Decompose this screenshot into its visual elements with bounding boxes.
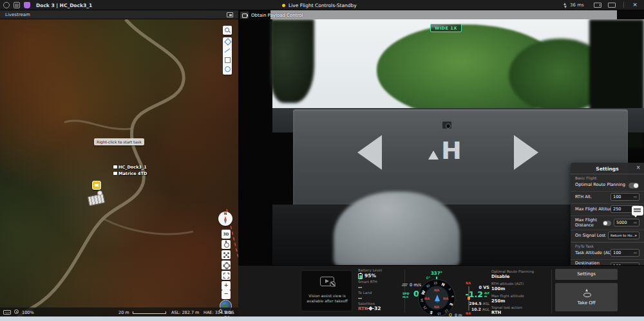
basic-flight-section-label: Basic Flight — [575, 176, 596, 180]
to-land-value: -- — [358, 295, 362, 301]
map-settings-button[interactable] — [222, 261, 231, 270]
gauge-na-bottom: NA — [466, 311, 471, 315]
map-scale-bar — [133, 311, 166, 314]
optimal-route-toggle[interactable] — [629, 183, 639, 188]
optimal-route-label: Optimal Route Planning — [575, 182, 625, 187]
on-signal-lost-label: On Signal Lost — [575, 233, 605, 238]
vision-assist-box: Vision assist view is available after ta… — [301, 270, 352, 311]
draw-pin-button[interactable] — [223, 37, 232, 46]
map-datum: WGS 84 — [224, 310, 238, 316]
compass-needle-tail — [224, 220, 227, 224]
divider — [571, 242, 644, 243]
vision-assist-text: Vision assist view is available after ta… — [305, 294, 350, 304]
on-signal-lost-value: Return to Ho... — [611, 234, 635, 237]
dock-icon — [113, 165, 117, 169]
sync-icon[interactable] — [3, 2, 10, 8]
divider — [551, 270, 552, 313]
app-window: Dock 3 | HC_Dock3_1 Live Flight Controls… — [0, 0, 644, 321]
flight-info-value: 250m — [491, 298, 505, 304]
smart-rth-value: -- — [358, 284, 362, 290]
camera-zoom-badge[interactable]: WIDE 1X — [430, 24, 462, 32]
max-flight-distance-label: Max Flight Distance — [575, 218, 602, 228]
flight-info-label: Optimal Route Planning — [491, 270, 534, 273]
map-locate-button[interactable] — [222, 240, 231, 249]
title-bar: Dock 3 | HC_Dock3_1 Live Flight Controls… — [0, 0, 644, 10]
latency-icon — [564, 3, 567, 8]
altitude-unit: m — [484, 295, 487, 298]
settings-panel: Settings × Basic Flight Optimal Route Pl… — [571, 163, 644, 270]
flight-info-value: 100m — [491, 286, 505, 291]
video-off-slash — [330, 281, 336, 287]
payload-control-title[interactable]: Obtain Payload Control — [251, 13, 303, 18]
take-off-icon — [582, 289, 591, 298]
flight-controls-status: Live Flight Controls-Standby — [289, 3, 357, 8]
map-search-button[interactable] — [223, 26, 232, 35]
max-flight-distance-toggle[interactable] — [603, 221, 611, 226]
rth-alt-input[interactable]: 100m — [611, 193, 639, 201]
draw-polygon-button[interactable] — [223, 55, 232, 64]
picture-in-picture-icon[interactable] — [227, 12, 233, 17]
chat-bubble-icon[interactable] — [632, 206, 643, 216]
flight-info-value: RTH — [491, 310, 501, 315]
keyboard-shortcuts-icon[interactable] — [3, 310, 11, 315]
close-window-button[interactable]: × — [631, 1, 639, 8]
obstacle-na-left: NA — [424, 297, 430, 300]
standby-status-dot — [282, 4, 285, 7]
video-header-overlay — [270, 10, 617, 19]
telemetry-bar: Vision assist view is available after ta… — [238, 265, 644, 316]
map-3d-button[interactable]: 3D — [222, 230, 231, 239]
draw-line-button[interactable] — [223, 46, 232, 55]
device-list-icon[interactable] — [14, 2, 20, 8]
divider — [571, 174, 644, 174]
settings-close-icon[interactable]: × — [635, 165, 641, 170]
map-canvas[interactable]: HC_Dock3_1 Matrice 4TD Right-click to st… — [0, 19, 238, 316]
dock-camera-module — [442, 121, 452, 129]
divider — [571, 191, 644, 192]
camera-icon — [240, 12, 249, 19]
map-zoom-out-button[interactable]: − — [222, 290, 231, 299]
map-tooltip: Right-click to start task — [94, 138, 144, 145]
speed-unit: m/s — [402, 295, 408, 298]
obstacle-na-right: NA — [443, 297, 448, 300]
zoom-reset-icon[interactable] — [14, 309, 19, 314]
to-land-label: To Land — [358, 291, 372, 295]
agl-row: 10.2 AGL — [451, 307, 489, 311]
bottom-edge-strip — [0, 316, 644, 321]
max-flight-distance-input[interactable]: 5000m — [614, 219, 639, 226]
flight-info-label: RTH altitude (ALT) — [491, 282, 524, 286]
map-scale-label: 20 m — [118, 310, 129, 315]
settings-button[interactable]: Settings — [555, 269, 618, 280]
flight-info-value: Disable — [491, 274, 509, 279]
map-compass-button[interactable]: N — [218, 212, 232, 226]
alarm-icon[interactable] — [24, 2, 30, 8]
rth-alt-label: RTH Alt. — [575, 194, 592, 199]
satellites-count: 32 — [374, 306, 381, 311]
obstacle-na-bottom: NA — [434, 305, 439, 309]
heading-value: 337° — [418, 271, 455, 276]
battery-value: 95% — [365, 273, 376, 279]
livestream-header: Livestream — [0, 10, 238, 19]
map-fit-view-button[interactable] — [222, 271, 231, 280]
stream-quality-icon[interactable] — [594, 3, 601, 8]
flyto-task-section-label: FlyTo Task — [575, 244, 594, 248]
dock-pad-circle — [97, 190, 102, 196]
drone-heading-arrow — [435, 295, 440, 301]
rtk-status: RTK — [358, 306, 368, 311]
on-signal-lost-dropdown[interactable]: Return to Ho... ▼ — [608, 232, 639, 239]
display-icon[interactable] — [608, 3, 616, 8]
battery-label: Battery Level — [358, 268, 382, 272]
map-zoom-in-button[interactable]: + — [222, 281, 231, 290]
helipad-arrow-left — [357, 135, 382, 170]
map-asl-value: ASL: 282.7 m — [171, 310, 199, 315]
video-header: Obtain Payload Control C — [238, 10, 644, 19]
max-flight-altitude-label: Max Flight Altitude — [575, 206, 615, 212]
task-altitude-input[interactable]: 100m — [611, 249, 639, 257]
take-off-button[interactable]: Take Off — [555, 283, 618, 311]
flight-info-label: Signal lost action — [491, 306, 522, 309]
map-follow-drone-button[interactable] — [222, 250, 231, 259]
satellite-icon — [368, 306, 373, 311]
dock-marker[interactable] — [92, 181, 101, 190]
map-zoom-percent: 100% — [22, 310, 34, 315]
helipad-h-marking: H — [428, 138, 462, 163]
draw-circle-button[interactable] — [223, 64, 232, 73]
